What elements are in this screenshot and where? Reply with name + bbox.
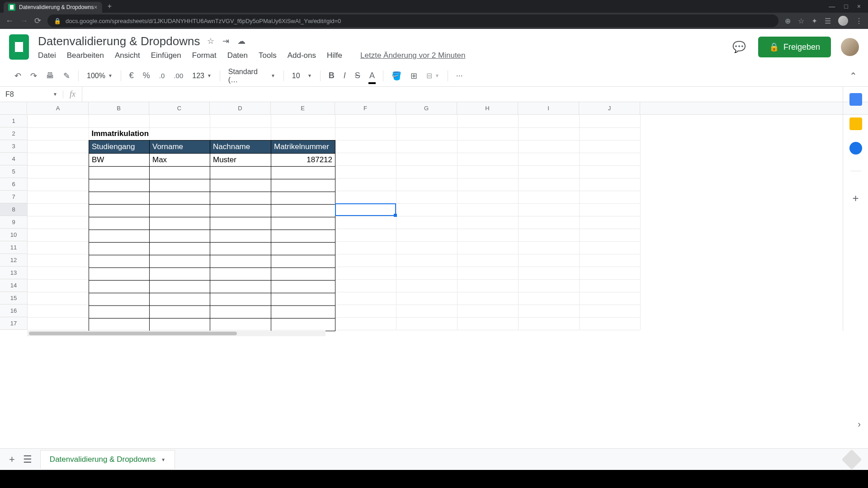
table-cell[interactable]: 187212 [271, 154, 335, 167]
table-cell[interactable] [210, 205, 271, 217]
table-cell[interactable] [210, 243, 271, 255]
forward-button[interactable]: → [20, 16, 28, 26]
chrome-menu-icon[interactable]: ⋮ [855, 17, 863, 25]
table-cell[interactable] [150, 306, 210, 319]
table-cell[interactable] [150, 230, 210, 243]
number-format-dropdown[interactable]: 123▼ [189, 72, 215, 80]
table-cell[interactable] [150, 217, 210, 230]
table-cell[interactable] [210, 268, 271, 281]
account-avatar[interactable] [841, 38, 859, 56]
document-title[interactable]: Datenvalidierung & Dropdowns [38, 34, 200, 48]
table-cell[interactable] [89, 217, 150, 230]
table-cell[interactable]: Muster [210, 154, 271, 167]
table-cell[interactable] [271, 293, 335, 306]
redo-button[interactable]: ↷ [27, 68, 41, 84]
table-cell[interactable] [271, 306, 335, 319]
table-cell[interactable] [210, 293, 271, 306]
move-doc-icon[interactable]: ⇥ [222, 36, 229, 46]
decrease-decimal-button[interactable]: .0 [156, 69, 169, 82]
table-cell[interactable] [89, 167, 150, 179]
text-color-button[interactable]: A [366, 68, 378, 83]
strikethrough-button[interactable]: S [351, 68, 364, 83]
reload-button[interactable]: ⟳ [34, 16, 41, 26]
increase-decimal-button[interactable]: .00 [170, 69, 187, 82]
table-cell[interactable] [271, 255, 335, 268]
row-header-12[interactable]: 12 [0, 254, 27, 267]
col-header-E[interactable]: E [271, 102, 335, 114]
table-cell[interactable] [89, 230, 150, 243]
row-header-17[interactable]: 17 [0, 317, 27, 330]
maximize-icon[interactable]: □ [844, 3, 848, 10]
menu-bearbeiten[interactable]: Bearbeiten [67, 51, 104, 60]
table-cell[interactable] [89, 268, 150, 281]
side-panel-expand-icon[interactable]: › [858, 419, 861, 429]
row-header-13[interactable]: 13 [0, 267, 27, 279]
table-cell[interactable] [89, 192, 150, 205]
minimize-icon[interactable]: — [829, 3, 835, 10]
table-cell[interactable] [271, 243, 335, 255]
table-cell[interactable] [210, 167, 271, 179]
add-sheet-button[interactable]: + [9, 454, 15, 465]
menu-tools[interactable]: Tools [259, 51, 277, 60]
zoom-icon[interactable]: ⊕ [785, 17, 791, 25]
table-cell[interactable] [89, 293, 150, 306]
formula-input[interactable] [82, 87, 868, 102]
table-header-cell[interactable]: Matrikelnummer [271, 141, 335, 154]
table-cell[interactable] [210, 179, 271, 192]
table-cell[interactable] [150, 243, 210, 255]
menu-add-ons[interactable]: Add-ons [288, 51, 316, 60]
table-cell[interactable] [150, 255, 210, 268]
table-cell[interactable] [89, 306, 150, 319]
col-header-F[interactable]: F [335, 102, 396, 114]
name-box[interactable]: F8 ▼ [0, 90, 63, 99]
table-cell[interactable] [271, 205, 335, 217]
row-header-10[interactable]: 10 [0, 229, 27, 241]
table-cell[interactable] [210, 306, 271, 319]
keep-icon[interactable] [849, 117, 862, 130]
fill-color-button[interactable]: 🪣 [388, 68, 405, 84]
tasks-icon[interactable] [849, 142, 862, 155]
col-header-B[interactable]: B [89, 102, 149, 114]
explore-button[interactable] [841, 449, 862, 469]
menu-hilfe[interactable]: Hilfe [327, 51, 342, 60]
star-doc-icon[interactable]: ☆ [207, 36, 214, 46]
close-window-icon[interactable]: × [857, 3, 861, 10]
table-cell[interactable] [271, 167, 335, 179]
table-cell[interactable] [150, 268, 210, 281]
sheet-tab-active[interactable]: Datenvalidierung & Dropdowns ▼ [40, 450, 175, 469]
table-cell[interactable] [210, 255, 271, 268]
table-cell[interactable] [271, 179, 335, 192]
table-cell[interactable] [271, 319, 335, 331]
table-cell[interactable] [150, 319, 210, 331]
menu-format[interactable]: Format [192, 51, 217, 60]
italic-button[interactable]: I [340, 68, 349, 83]
table-cell[interactable] [150, 293, 210, 306]
share-button[interactable]: 🔒 Freigeben [758, 37, 831, 57]
row-header-7[interactable]: 7 [0, 191, 27, 203]
col-header-I[interactable]: I [518, 102, 579, 114]
table-cell[interactable] [210, 281, 271, 293]
table-cell[interactable] [89, 255, 150, 268]
table-cell[interactable] [150, 179, 210, 192]
col-header-D[interactable]: D [210, 102, 271, 114]
table-cell[interactable] [271, 230, 335, 243]
undo-button[interactable]: ↶ [11, 68, 25, 84]
collapse-toolbar-icon[interactable]: ⌃ [849, 70, 857, 81]
row-header-2[interactable]: 2 [0, 127, 27, 140]
new-tab-button[interactable]: + [108, 2, 112, 10]
menu-daten[interactable]: Daten [227, 51, 248, 60]
font-dropdown[interactable]: Standard (…▼ [225, 68, 279, 84]
row-header-3[interactable]: 3 [0, 140, 27, 153]
menu-datei[interactable]: Datei [38, 51, 56, 60]
back-button[interactable]: ← [5, 16, 14, 26]
row-header-15[interactable]: 15 [0, 292, 27, 305]
table-cell[interactable] [89, 319, 150, 331]
currency-button[interactable]: € [126, 68, 137, 83]
profile-avatar-small[interactable] [838, 16, 848, 26]
table-cell[interactable] [271, 217, 335, 230]
chevron-down-icon[interactable]: ▼ [161, 457, 165, 462]
row-header-8[interactable]: 8 [0, 203, 27, 216]
row-header-14[interactable]: 14 [0, 279, 27, 292]
col-header-G[interactable]: G [396, 102, 457, 114]
table-header-cell[interactable]: Studiengang [89, 141, 150, 154]
